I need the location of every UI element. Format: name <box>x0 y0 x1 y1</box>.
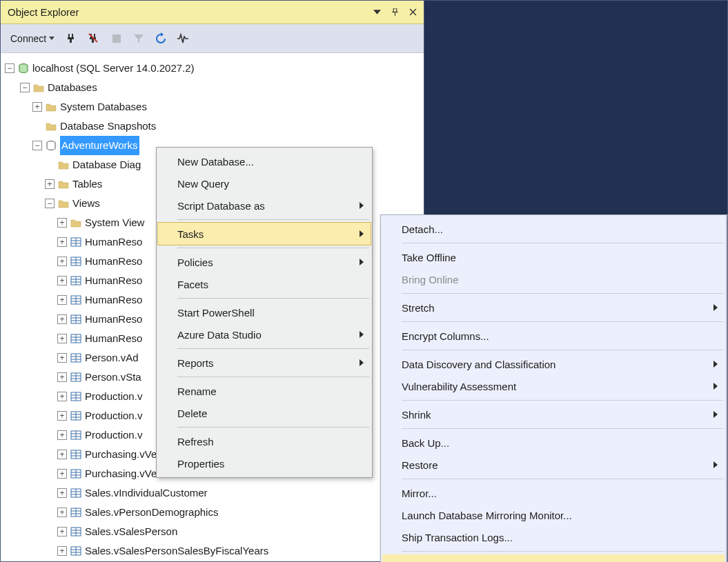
tree-server-node[interactable]: − localhost (SQL Server 14.0.2027.2) <box>5 59 421 78</box>
menu-separator <box>177 348 369 349</box>
menu-reports[interactable]: Reports <box>158 352 371 374</box>
panel-title: Object Explorer <box>8 6 366 18</box>
menu-vulnerability-assessment[interactable]: Vulnerability Assessment <box>382 375 725 397</box>
menu-facets[interactable]: Facets <box>158 273 371 295</box>
menu-rename[interactable]: Rename <box>158 380 371 402</box>
tree-view-item[interactable]: +Sales.vPersonDemographics <box>5 503 421 522</box>
refresh-icon[interactable] <box>153 30 169 47</box>
close-icon[interactable] <box>406 6 420 19</box>
view-icon <box>70 275 82 286</box>
svg-marker-0 <box>373 10 381 14</box>
expand-icon[interactable]: + <box>57 314 67 324</box>
collapse-icon[interactable]: − <box>5 63 14 73</box>
menu-shrink[interactable]: Shrink <box>382 403 725 425</box>
expand-icon[interactable]: + <box>57 295 67 305</box>
menu-tasks[interactable]: Tasks <box>158 223 371 245</box>
menu-mirror[interactable]: Mirror... <box>382 482 725 504</box>
menu-restore[interactable]: Restore <box>382 454 725 476</box>
menu-delete[interactable]: Delete <box>158 402 371 424</box>
svg-rect-1 <box>393 8 396 12</box>
expand-icon[interactable]: + <box>57 276 67 285</box>
collapse-icon[interactable]: − <box>45 199 55 208</box>
expand-icon[interactable]: + <box>57 353 67 363</box>
menu-policies[interactable]: Policies <box>158 251 371 273</box>
connect-dropdown[interactable]: Connect <box>6 32 59 45</box>
expand-icon[interactable]: + <box>57 469 67 479</box>
toolbar: Connect <box>1 24 424 53</box>
menu-generate-scripts[interactable]: Generate Scripts... <box>382 554 725 562</box>
menu-encrypt-columns[interactable]: Encrypt Columns... <box>382 325 725 347</box>
menu-separator <box>402 293 723 294</box>
tree-label: Tables <box>72 174 102 194</box>
menu-refresh[interactable]: Refresh <box>158 430 371 452</box>
expand-icon[interactable]: + <box>57 257 67 266</box>
tree-databases-node[interactable]: − Databases <box>5 78 421 97</box>
menu-detach[interactable]: Detach... <box>382 218 725 240</box>
database-context-menu: New Database... New Query Script Databas… <box>156 147 373 478</box>
tree-db-snapshots-node[interactable]: Database Snapshots <box>5 117 421 136</box>
svg-rect-13 <box>92 39 94 43</box>
expand-icon[interactable]: + <box>32 102 42 112</box>
activity-icon[interactable] <box>175 30 191 47</box>
tree-view-item[interactable]: +Sales.vSalesPerson <box>5 522 421 541</box>
expand-icon[interactable]: + <box>57 392 67 401</box>
collapse-icon[interactable]: − <box>20 83 30 92</box>
expand-icon[interactable]: + <box>45 179 55 189</box>
tree-label: Person.vSta <box>85 368 141 387</box>
menu-start-powershell[interactable]: Start PowerShell <box>158 301 371 323</box>
menu-separator <box>177 298 369 299</box>
expand-icon[interactable]: + <box>57 508 67 517</box>
submenu-arrow-icon <box>714 361 718 368</box>
tree-system-databases-node[interactable]: + System Databases <box>5 97 421 117</box>
expand-icon[interactable]: + <box>57 430 67 440</box>
expand-icon[interactable]: + <box>57 218 67 228</box>
connect-label: Connect <box>10 33 46 44</box>
window-position-icon[interactable] <box>370 6 384 19</box>
expand-icon[interactable]: + <box>57 372 67 382</box>
expand-icon[interactable]: + <box>57 411 67 421</box>
tree-label: System Databases <box>60 97 147 117</box>
menu-stretch[interactable]: Stretch <box>382 297 725 319</box>
menu-separator <box>177 248 369 248</box>
folder-icon <box>45 121 57 132</box>
menu-separator <box>402 400 723 401</box>
collapse-icon[interactable]: − <box>32 141 42 150</box>
folder-icon <box>57 159 70 170</box>
expand-icon[interactable]: + <box>57 450 67 459</box>
pin-icon[interactable] <box>388 6 402 19</box>
tree-view-item[interactable]: +Sales.vIndividualCustomer <box>5 483 421 503</box>
view-icon <box>70 256 82 267</box>
tree-label: Production.v <box>85 406 142 425</box>
tree-label: HumanReso <box>85 310 142 329</box>
folder-icon <box>70 217 82 228</box>
tree-label: HumanReso <box>85 252 142 271</box>
view-icon <box>70 507 82 518</box>
expand-icon[interactable]: + <box>57 237 67 247</box>
expand-icon[interactable]: + <box>57 546 67 556</box>
menu-azure-data-studio[interactable]: Azure Data Studio <box>158 323 371 345</box>
tree-view-item[interactable]: +Sales.vSalesPersonSalesByFiscalYears <box>5 541 421 561</box>
svg-rect-11 <box>94 34 95 37</box>
menu-separator <box>402 350 723 350</box>
svg-rect-6 <box>68 34 70 37</box>
menu-new-database[interactable]: New Database... <box>158 150 371 172</box>
folder-icon <box>57 198 70 209</box>
expand-icon[interactable]: + <box>57 334 67 343</box>
menu-script-database-as[interactable]: Script Database as <box>158 194 371 217</box>
menu-take-offline[interactable]: Take Offline <box>382 246 725 268</box>
tree-label: Sales.vSalesPerson <box>85 522 177 541</box>
tree-label: Sales.vIndividualCustomer <box>85 483 208 503</box>
menu-back-up[interactable]: Back Up... <box>382 432 725 454</box>
menu-properties[interactable]: Properties <box>158 452 371 474</box>
view-icon <box>70 372 82 383</box>
expand-icon[interactable]: + <box>57 527 67 536</box>
tree-label: HumanReso <box>85 232 142 252</box>
menu-data-discovery[interactable]: Data Discovery and Classification <box>382 353 725 375</box>
menu-launch-mirroring-monitor[interactable]: Launch Database Mirroring Monitor... <box>382 504 725 526</box>
expand-icon[interactable]: + <box>57 488 67 498</box>
disconnect-icon[interactable] <box>86 30 103 47</box>
editor-background <box>424 1 727 214</box>
menu-new-query[interactable]: New Query <box>158 172 371 194</box>
connect-icon[interactable] <box>64 30 81 47</box>
menu-ship-transaction-logs[interactable]: Ship Transaction Logs... <box>382 526 725 548</box>
